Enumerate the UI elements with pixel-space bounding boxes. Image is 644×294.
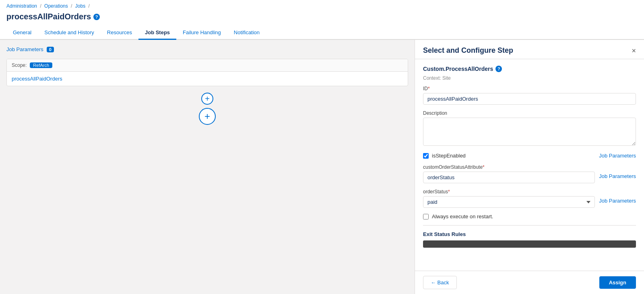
page-title-bar: processAllPaidOrders ? bbox=[0, 10, 644, 26]
exit-status-title: Exit Status Rules bbox=[423, 231, 636, 237]
custom-order-status-label: customOrderStatusAttribute* bbox=[423, 164, 595, 170]
context-label: Context: bbox=[423, 75, 441, 81]
right-panel-footer: ← Back Assign bbox=[415, 271, 644, 294]
tab-notification[interactable]: Notification bbox=[227, 26, 266, 40]
close-button[interactable]: × bbox=[632, 47, 636, 54]
description-label: Description bbox=[423, 110, 636, 116]
scope-item: processAllPaidOrders bbox=[7, 72, 408, 86]
tab-failure-handling[interactable]: Failure Handling bbox=[176, 26, 227, 40]
job-parameters-link-2[interactable]: Job Parameters bbox=[599, 173, 636, 179]
assign-button[interactable]: Assign bbox=[599, 276, 636, 289]
custom-order-status-input[interactable] bbox=[423, 172, 595, 183]
right-panel-body: Custom.ProcessAllOrders ? Context: Site … bbox=[415, 59, 644, 271]
custom-order-status-group: customOrderStatusAttribute* bbox=[423, 164, 595, 183]
config-section-title: Custom.ProcessAllOrders ? bbox=[423, 66, 636, 72]
breadcrumb: Administration / Operations / Jobs / bbox=[0, 0, 644, 10]
scope-header: Scope: RefArch bbox=[7, 59, 408, 72]
right-panel-title: Select and Configure Step bbox=[423, 46, 513, 55]
config-title-text: Custom.ProcessAllOrders bbox=[423, 66, 493, 72]
job-parameters-link-3[interactable]: Job Parameters bbox=[599, 198, 636, 204]
description-textarea[interactable] bbox=[423, 118, 636, 146]
section-divider bbox=[423, 225, 636, 226]
tabs-bar: General Schedule and History Resources J… bbox=[0, 26, 644, 40]
add-step-button-small[interactable]: + bbox=[201, 93, 213, 105]
right-panel: Select and Configure Step × Custom.Proce… bbox=[415, 40, 644, 294]
page-title: processAllPaidOrders bbox=[6, 12, 91, 21]
always-execute-row: Always execute on restart. bbox=[423, 213, 636, 219]
job-parameters-bar: Job Parameters 0 bbox=[6, 46, 408, 52]
id-form-group: ID* bbox=[423, 86, 636, 105]
order-status-row: orderStatus* paid pending cancelled Job … bbox=[423, 189, 636, 208]
id-input[interactable] bbox=[423, 93, 636, 105]
is-step-enabled-checkbox[interactable] bbox=[423, 153, 429, 159]
tab-schedule-history[interactable]: Schedule and History bbox=[38, 26, 101, 40]
custom-order-status-row: customOrderStatusAttribute* Job Paramete… bbox=[423, 164, 636, 183]
scope-box: Scope: RefArch processAllPaidOrders bbox=[6, 59, 408, 86]
scope-tag: RefArch bbox=[30, 62, 52, 68]
order-status-group: orderStatus* paid pending cancelled bbox=[423, 189, 595, 208]
job-parameters-link-1[interactable]: Job Parameters bbox=[599, 153, 636, 159]
scope-label: Scope: bbox=[12, 62, 27, 68]
add-step-area: + + bbox=[6, 93, 408, 125]
job-parameters-link[interactable]: Job Parameters bbox=[6, 46, 43, 52]
exit-status-bar bbox=[423, 240, 636, 248]
is-step-enabled-row: isStepEnabled bbox=[423, 153, 466, 159]
context-value: Site bbox=[442, 75, 451, 81]
order-status-label: orderStatus* bbox=[423, 189, 595, 195]
always-execute-checkbox[interactable] bbox=[423, 214, 429, 219]
breadcrumb-jobs[interactable]: Jobs bbox=[75, 3, 85, 9]
add-step-button-large[interactable]: + bbox=[199, 108, 216, 125]
tab-resources[interactable]: Resources bbox=[101, 26, 138, 40]
is-step-enabled-label: isStepEnabled bbox=[432, 153, 466, 159]
back-button[interactable]: ← Back bbox=[423, 276, 457, 289]
page-help-icon[interactable]: ? bbox=[93, 14, 100, 20]
description-form-group: Description bbox=[423, 110, 636, 147]
main-area: Job Parameters 0 Scope: RefArch processA… bbox=[0, 40, 644, 294]
tab-job-steps[interactable]: Job Steps bbox=[138, 26, 176, 40]
tab-general[interactable]: General bbox=[6, 26, 38, 40]
id-label: ID* bbox=[423, 86, 636, 91]
order-status-select[interactable]: paid pending cancelled bbox=[423, 196, 595, 208]
config-help-icon[interactable]: ? bbox=[495, 66, 502, 72]
context-row: Context: Site bbox=[423, 75, 636, 81]
right-panel-header: Select and Configure Step × bbox=[415, 40, 644, 59]
left-panel: Job Parameters 0 Scope: RefArch processA… bbox=[0, 40, 415, 294]
always-execute-label: Always execute on restart. bbox=[432, 213, 493, 219]
breadcrumb-admin[interactable]: Administration bbox=[6, 3, 37, 9]
job-parameters-badge: 0 bbox=[47, 47, 54, 52]
breadcrumb-operations[interactable]: Operations bbox=[44, 3, 68, 9]
scope-item-link[interactable]: processAllPaidOrders bbox=[12, 76, 62, 82]
